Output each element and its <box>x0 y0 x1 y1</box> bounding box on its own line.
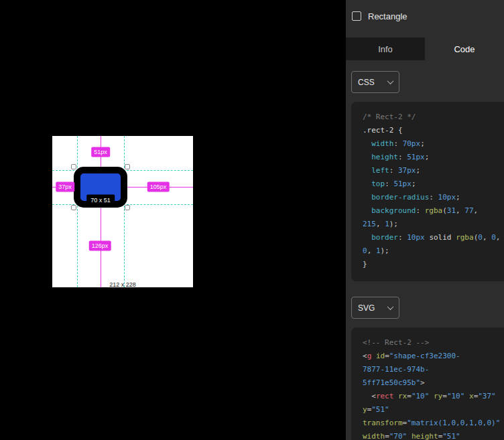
code-line: 215, 1); <box>363 218 503 231</box>
tab-info[interactable]: Info <box>346 38 425 60</box>
guide-line-shape-left <box>77 136 78 287</box>
selected-layer-row[interactable]: Rectangle <box>346 0 504 32</box>
distance-badge-top: 51px <box>91 147 110 157</box>
design-app-window: 51px 37px 105px 126px 70 x 51 212 x 228 … <box>0 0 504 440</box>
code-line: 7877-11ec-974b- <box>363 363 503 376</box>
svg-format-select-value: SVG <box>358 303 375 313</box>
code-line: <!-- Rect-2 --> <box>363 336 503 350</box>
css-code-block: /* Rect-2 */.rect-2 { width: 70px; heigh… <box>351 102 504 281</box>
checkbox-icon[interactable] <box>352 11 361 21</box>
code-line: transform="matrix(1,0,0,1,0,0)" <box>363 417 503 430</box>
code-line: 0, 1); <box>363 244 503 258</box>
selection-handle-bottom-right[interactable] <box>125 205 130 210</box>
selection-handle-bottom-left[interactable] <box>71 205 76 210</box>
distance-badge-right: 105px <box>147 182 170 192</box>
code-line: <g id="shape-cf3e2300- <box>363 350 503 363</box>
right-sidebar: Rectangle Info Code CSS /* Rect-2 */.rec… <box>346 0 504 440</box>
selection-handle-top-right[interactable] <box>125 164 130 169</box>
code-line: border: 10px solid rgba(0, 0, <box>363 231 503 244</box>
canvas-viewport[interactable]: 51px 37px 105px 126px 70 x 51 212 x 228 <box>0 0 346 440</box>
svg-format-select[interactable]: SVG <box>351 297 399 319</box>
chevron-down-icon <box>387 78 394 84</box>
code-line: } <box>363 258 503 271</box>
code-line: 5ff71e50c95b"> <box>363 376 503 390</box>
code-line: background: rgba(31, 77, <box>363 204 503 218</box>
distance-badge-bottom: 126px <box>89 241 111 251</box>
code-line: .rect-2 { <box>363 124 503 137</box>
panel-tabs: Info Code <box>346 38 504 60</box>
selected-layer-label: Rectangle <box>368 11 407 21</box>
code-line: <rect rx="10" ry="10" x="37" <box>363 390 503 403</box>
tab-code[interactable]: Code <box>425 38 504 60</box>
svg-code-block: <!-- Rect-2 --><g id="shape-cf3e2300-787… <box>351 327 504 440</box>
guide-line-shape-right <box>124 136 125 287</box>
selection-handle-top-left[interactable] <box>71 164 76 169</box>
shape-size-label: 70 x 51 <box>86 195 115 206</box>
code-line: /* Rect-2 */ <box>363 111 503 124</box>
code-line: width: 70px; <box>363 137 503 151</box>
code-line: border-radius: 10px; <box>363 191 503 204</box>
css-language-select-value: CSS <box>358 78 375 87</box>
code-line: width="70" height="51" <box>363 430 503 440</box>
artboard-frame[interactable]: 51px 37px 105px 126px 70 x 51 212 x 228 <box>52 136 193 287</box>
code-line: y="51" <box>363 403 503 417</box>
chevron-down-icon <box>387 303 394 310</box>
distance-badge-left: 37px <box>56 182 74 192</box>
code-line: left: 37px; <box>363 164 503 177</box>
code-line: top: 51px; <box>363 177 503 191</box>
frame-size-label: 212 x 228 <box>109 281 136 288</box>
code-line: height: 51px; <box>363 151 503 164</box>
css-language-select[interactable]: CSS <box>351 71 399 93</box>
